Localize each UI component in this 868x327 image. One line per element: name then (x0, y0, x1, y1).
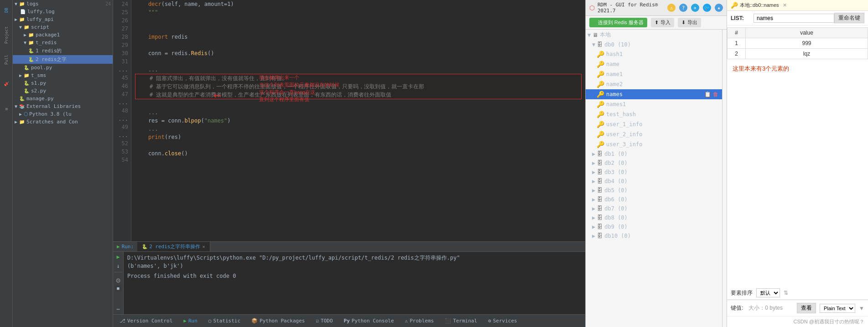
rdm-import-btn[interactable]: ⬆ 导入 (651, 18, 674, 27)
rdm-tree-db7[interactable]: ▶ 🗄 db7 (0) (586, 204, 722, 213)
run-down-btn[interactable]: ↓ (114, 262, 122, 270)
rdm-tree-key-user3[interactable]: 🔑 user_3_info (586, 139, 722, 149)
tree-item-t-redis[interactable]: ▼ 📁 t_redis (13, 39, 113, 46)
run-main: ▶ ↓ ⚙ ■ ⋯ D:\Virtualenvs\luffy\Scripts\p… (113, 252, 585, 314)
key-tab-icon: 🔑 (731, 2, 738, 9)
bottom-bar-python-packages[interactable]: 📦 Python Packages (249, 317, 307, 325)
sidebar-icon-pull[interactable]: Pull (1, 55, 11, 65)
run-play-btn[interactable]: ▶ (114, 253, 122, 261)
table-row[interactable]: 2 lqz (728, 49, 868, 59)
separator (114, 272, 122, 272)
view-btn[interactable]: 查看 (797, 303, 816, 313)
tree-item-luffy-log[interactable]: 📄 luffy.log (13, 8, 113, 15)
tree-item-package1[interactable]: ▶ 📁 package1 (13, 31, 113, 39)
run-label: Run (188, 318, 198, 324)
db-label: db7 (0) (604, 205, 628, 212)
rdm-tree-key-name2[interactable]: 🔑 name2 (586, 79, 722, 89)
info-icon[interactable]: ? (679, 4, 687, 12)
tree-item-t-sms[interactable]: ▶ 📁 t_sms (13, 72, 113, 79)
tree-item-redis2[interactable]: 🐍 2 redis之字 (13, 55, 113, 64)
db-icon: 🗄 (597, 224, 603, 230)
bottom-bar: ⎇ Version Control ▶ Run ○ Statistic 📦 Py… (113, 314, 585, 327)
rdm-tree: ▼ 🖥 本地 ▼ 🗄 db0 (10) 🔑 hash1 🔑 name (586, 30, 722, 327)
db0-label: db0 (10) (604, 41, 631, 48)
bottom-bar-run[interactable]: ▶ Run (181, 317, 200, 325)
rdm-data-table: # value 1 999 2 lqz (727, 27, 868, 59)
run-dots-btn[interactable]: ⋯ (114, 305, 122, 313)
rdm-tree-db1[interactable]: ▶ 🗄 db1 (0) (586, 149, 722, 158)
bottom-bar-problems[interactable]: ⚠ Problems (402, 317, 437, 325)
sidebar-icon-structure[interactable]: ⊞ (1, 104, 11, 114)
folder-icon: 📁 (28, 40, 34, 45)
rdm-export-btn[interactable]: ⬇ 导出 (678, 18, 701, 27)
rdm-tree-key-test-hash[interactable]: 🔑 test_hash (586, 109, 722, 119)
run-menu-btn[interactable]: ⚙ (114, 276, 122, 284)
rename-btn[interactable]: 重命名键 (834, 13, 864, 23)
table-row[interactable]: 1 999 (728, 38, 868, 49)
tree-item-logs[interactable]: ▼ 📁 logs 24 (13, 0, 113, 8)
rdm-tree-db4[interactable]: ▶ 🗄 db4 (0) (586, 177, 722, 186)
rdm-tree-db8[interactable]: ▶ 🗄 db8 (0) (586, 213, 722, 222)
run-tab-label: 2 redis之字符串操作 (149, 243, 200, 250)
copy-icon[interactable]: 📋 (704, 91, 711, 97)
sidebar-icon-db[interactable]: DB (1, 5, 11, 15)
rdm-tree-db2[interactable]: ▶ 🗄 db2 (0) (586, 158, 722, 168)
bottom-bar-terminal[interactable]: ⬛ Terminal (442, 317, 480, 325)
tree-item-script[interactable]: ▼ 📁 script (13, 23, 113, 31)
tree-item-luffy-api[interactable]: ▶ 📁 luffy_api (13, 15, 113, 23)
telegram-icon[interactable]: ✈ (691, 4, 699, 12)
run-tab-active[interactable]: 🐍 2 redis之字符串操作 ✕ (137, 242, 210, 251)
tree-item-manage[interactable]: 🐍 manage.py (13, 95, 113, 102)
rdm-tree-db9[interactable]: ▶ 🗄 db9 (0) (586, 222, 722, 231)
tree-item-scratches[interactable]: ▶ 📁 Scratches and Con (13, 118, 113, 126)
tree-item-external[interactable]: ▼ 📚 External Libraries (13, 102, 113, 110)
rdm-tree-key-names[interactable]: 🔑 names 📋 🗑 (586, 89, 722, 99)
rdm-tree-key-names1[interactable]: 🔑 names1 (586, 99, 722, 109)
tree-item-s2[interactable]: 🐍 s2.py (13, 87, 113, 95)
rdm-tree-key-name1[interactable]: 🔑 name1 (586, 69, 722, 79)
code-line: ... (135, 108, 582, 117)
tree-item-pool[interactable]: 🐍 pool.py (13, 64, 113, 72)
rdm-tree-db5[interactable]: ▶ 🗄 db5 (0) (586, 186, 722, 195)
twitter-icon[interactable]: 🐦 (703, 4, 711, 12)
warning-icon[interactable]: ⚠ (667, 4, 676, 12)
tree-item-redis1[interactable]: 🐍 1 redis的 (13, 46, 113, 55)
bottom-bar-statistic[interactable]: ○ Statistic (206, 317, 243, 325)
rdm-tree-db0[interactable]: ▼ 🗄 db0 (10) (586, 40, 722, 49)
sidebar-icon-bookmarks[interactable]: 📌 (1, 79, 11, 89)
sort-select[interactable]: 默认 (756, 288, 780, 297)
py-icon: 🐍 (19, 96, 25, 101)
rdm-container: ⬡ RDM - GUI for Redis® 2021.7 ⚠ ? ✈ 🐦 ★ … (585, 0, 868, 327)
rdm-tree-db6[interactable]: ▶ 🗄 db6 (0) (586, 195, 722, 204)
rdm-tree-key-user1[interactable]: 🔑 user_1_info (586, 119, 722, 129)
tree-item-s1[interactable]: 🐍 s1.py (13, 79, 113, 87)
chevron-down-icon: ▼ (859, 305, 864, 312)
tab-close-btn[interactable]: ✕ (783, 2, 787, 8)
rdm-tree-local[interactable]: ▼ 🖥 本地 (586, 30, 722, 40)
rdm-tree-db3[interactable]: ▶ 🗄 db3 (0) (586, 168, 722, 177)
sidebar-icons: DB Project Pull 📌 ⊞ (0, 0, 13, 327)
editor-content: 24 25 26 27 28 29 30 31 ... 45 46 47 ...… (113, 0, 585, 241)
bottom-bar-services[interactable]: ⚙ Services (485, 317, 520, 325)
delete-icon[interactable]: 🗑 (713, 91, 718, 97)
code-line: decr(self, name, amount=1) (135, 0, 582, 8)
run-tab-close[interactable]: ✕ (202, 244, 205, 249)
github-icon[interactable]: ★ (715, 4, 723, 12)
key-icon: 🔑 (597, 111, 604, 118)
tree-item-python38[interactable]: ▶ ⬡ Python 3.8 (lu (13, 110, 113, 118)
rdm-tree-key-hash1[interactable]: 🔑 hash1 (586, 49, 722, 59)
run-stop-btn[interactable]: ■ (115, 285, 121, 291)
bottom-bar-todo[interactable]: ☑ TODO (313, 317, 335, 325)
bottom-bar-python-console[interactable]: Py Python Console (341, 317, 397, 325)
code-line: import redis (135, 33, 582, 41)
rdm-connect-btn[interactable]: ● 连接到 Redis 服务器 (589, 18, 647, 27)
list-name-input[interactable] (754, 14, 834, 23)
code-line: print(res) (135, 133, 582, 141)
sidebar-icon-project[interactable]: Project (1, 30, 11, 40)
rdm-tree-key-name[interactable]: 🔑 name (586, 59, 722, 69)
db-icon: 🗄 (597, 205, 603, 212)
bottom-bar-version-control[interactable]: ⎇ Version Control (117, 317, 175, 325)
rdm-tree-key-user2[interactable]: 🔑 user_2_info (586, 129, 722, 139)
view-select[interactable]: Plain Text (820, 304, 855, 313)
rdm-tree-db10[interactable]: ▶ 🗄 db10 (0) (586, 231, 722, 240)
